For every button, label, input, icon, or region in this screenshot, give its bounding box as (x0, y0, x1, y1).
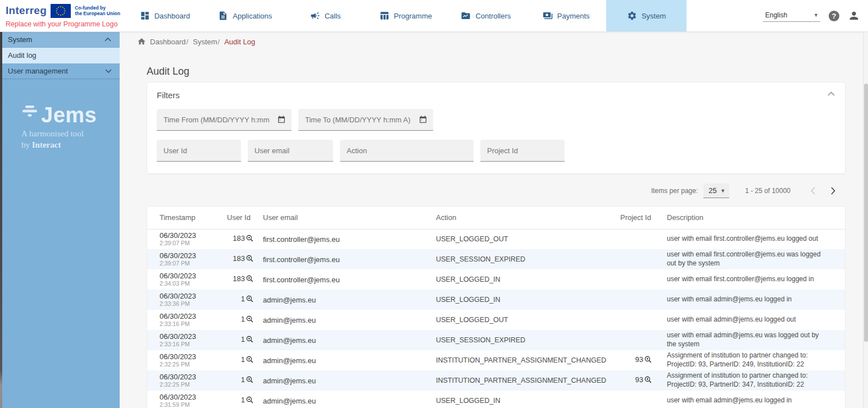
account-icon[interactable] (848, 10, 860, 22)
interreg-wordmark: Interreg (6, 4, 47, 17)
jems-tagline-1: A harmonised tool (21, 129, 120, 139)
sidebar-item-user-management[interactable]: User management (0, 63, 120, 79)
user-id-input[interactable] (157, 140, 241, 161)
help-icon[interactable]: ? (829, 11, 839, 21)
sidebar-scrollbar[interactable] (0, 32, 2, 408)
project-id-value: 93 (635, 375, 643, 384)
user-id-zoom-icon[interactable] (246, 396, 254, 406)
timestamp-time: 2:33:16 PM (160, 341, 227, 348)
payments-icon (543, 11, 553, 21)
controllers-icon (461, 11, 471, 21)
user-id-value: 1 (241, 315, 245, 323)
nav-item-dashboard[interactable]: Dashboard (125, 0, 205, 31)
table-row: 06/30/2023 2:31:59 PM 1 admin@jems.eu US… (147, 391, 845, 408)
page-title: Audit Log (147, 66, 863, 77)
user-email: admin@jems.eu (263, 330, 436, 350)
column-header-project-id: Project Id (620, 207, 667, 229)
user-email: admin@jems.eu (263, 391, 436, 408)
page-range-text: 1 - 25 of 10000 (745, 187, 790, 195)
main-nav: Dashboard Applications Calls Programme C… (125, 0, 687, 31)
action-value: INSTITUTION_PARTNER_ASSIGNMENT_CHANGED (436, 370, 620, 391)
column-header-description: Description (667, 207, 845, 229)
previous-page-button[interactable] (808, 186, 819, 196)
jems-logo-icon (21, 105, 38, 124)
programme-icon (379, 11, 389, 21)
table-header-row: Timestamp User Id User email Action Proj… (147, 207, 845, 229)
nav-item-applications[interactable]: Applications (205, 0, 285, 31)
breadcrumb: DashboardSystemAudit Log (120, 32, 863, 51)
table-row: 06/30/2023 2:32:25 PM 1 admin@jems.eu IN… (147, 370, 845, 391)
action-value: USER_LOGGED_IN (436, 269, 620, 290)
next-page-button[interactable] (828, 186, 838, 196)
action-value: USER_LOGGED_IN (436, 391, 620, 408)
description: user with email first.controller@jems.eu… (667, 269, 845, 290)
column-header-timestamp: Timestamp (147, 207, 227, 229)
project-id-zoom-icon[interactable] (644, 355, 652, 365)
breadcrumb-dashboard[interactable]: Dashboard (150, 38, 186, 46)
action-value: USER_LOGGED_IN (436, 290, 620, 310)
user-id-zoom-icon[interactable] (246, 355, 254, 365)
user-email: first.controller@jems.eu (263, 229, 436, 249)
timestamp-date: 06/30/2023 (160, 272, 227, 280)
breadcrumb-system[interactable]: System (186, 38, 217, 46)
timestamp-date: 06/30/2023 (160, 393, 227, 401)
chevron-down-icon: ▼ (814, 12, 819, 18)
calls-icon (310, 11, 320, 21)
timestamp-time: 2:39:07 PM (160, 260, 227, 267)
project-id-input[interactable] (480, 140, 565, 161)
user-id-zoom-icon[interactable] (246, 254, 254, 264)
page-scrollbar-thumb[interactable] (864, 84, 868, 342)
page-scrollbar[interactable] (863, 32, 868, 408)
home-icon[interactable] (137, 37, 146, 46)
column-header-user-id: User Id (227, 207, 263, 229)
nav-item-payments[interactable]: Payments (526, 0, 606, 31)
timestamp-date: 06/30/2023 (160, 333, 227, 341)
action-value: USER_LOGGED_OUT (436, 310, 620, 330)
user-email-input[interactable] (248, 140, 333, 161)
main-content: DashboardSystemAudit Log Audit Log Filte… (120, 32, 863, 408)
calendar-icon[interactable] (419, 115, 428, 124)
audit-log-table: Timestamp User Id User email Action Proj… (147, 206, 846, 408)
nav-item-controllers[interactable]: Controllers (446, 0, 526, 31)
language-select[interactable]: English ▼ (763, 10, 820, 22)
user-id-value: 1 (241, 295, 245, 303)
action-value: INSTITUTION_PARTNER_ASSIGNMENT_CHANGED (436, 350, 620, 370)
eu-flag-icon (51, 4, 71, 18)
nav-item-calls[interactable]: Calls (285, 0, 366, 31)
time-to-input[interactable] (298, 109, 433, 130)
timestamp-date: 06/30/2023 (160, 313, 227, 320)
calendar-icon[interactable] (277, 115, 286, 124)
user-id-zoom-icon[interactable] (246, 315, 254, 325)
collapse-filters-icon[interactable] (828, 91, 835, 96)
jems-wordmark: Jems (41, 106, 97, 124)
table-row: 06/30/2023 2:34:03 PM 183 first.controll… (147, 269, 845, 290)
action-input[interactable] (340, 140, 474, 161)
user-id-value: 1 (241, 335, 245, 343)
time-from-input[interactable] (157, 109, 292, 130)
column-header-action: Action (436, 207, 620, 229)
timestamp-time: 2:33:16 PM (160, 320, 227, 328)
user-id-zoom-icon[interactable] (246, 375, 254, 386)
chevron-down-icon (105, 69, 112, 73)
nav-item-programme[interactable]: Programme (366, 0, 446, 31)
action-value: USER_LOGGED_OUT (436, 229, 620, 249)
user-email: admin@jems.eu (263, 370, 436, 391)
user-id-zoom-icon[interactable] (246, 295, 254, 305)
items-per-page-select[interactable]: 25 ▼ (703, 184, 729, 198)
description: Assignment of institution to partner cha… (667, 350, 845, 370)
system-gear-icon (627, 11, 637, 21)
nav-item-system[interactable]: System (606, 0, 687, 31)
user-id-zoom-icon[interactable] (246, 234, 254, 244)
user-id-zoom-icon[interactable] (246, 335, 254, 345)
action-value: USER_SESSION_EXPIRED (436, 330, 620, 350)
project-id-zoom-icon[interactable] (644, 375, 652, 386)
description: user with email admin@jems.eu logged in (667, 391, 845, 408)
user-id-value: 183 (233, 254, 245, 263)
programme-logo-block: Interreg Co-funded by the European Union… (0, 0, 125, 31)
timestamp-time: 2:32:25 PM (160, 361, 227, 368)
jems-tagline-2: by Interact (21, 140, 120, 150)
sidebar-section-system[interactable]: System (0, 32, 120, 48)
topbar-right: English ▼ ? (763, 0, 868, 31)
user-id-zoom-icon[interactable] (246, 274, 254, 285)
sidebar-item-audit-log[interactable]: Audit log (0, 48, 120, 63)
